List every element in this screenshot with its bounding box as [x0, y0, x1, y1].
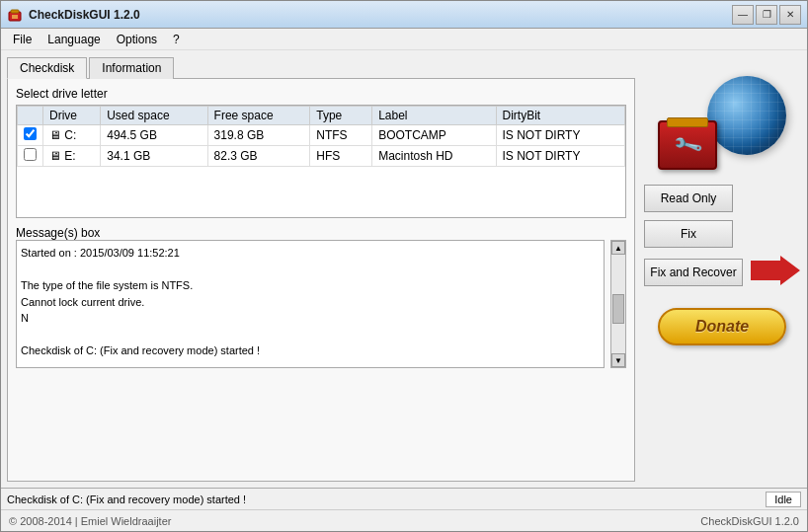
tabs: Checkdisk Information — [7, 56, 635, 79]
drive-c-icon-cell: 🖥 C: — [43, 125, 101, 146]
globe-icon — [707, 76, 786, 155]
col-dirty: DirtyBit — [496, 107, 624, 125]
donate-button[interactable]: Donate — [658, 308, 786, 345]
tab-checkdisk-content: Select drive letter Drive Used space Fre… — [7, 78, 635, 482]
col-checkbox — [18, 107, 43, 125]
drive-section: Select drive letter Drive Used space Fre… — [16, 87, 626, 218]
fix-recover-row: Fix and Recover — [644, 256, 800, 288]
tab-information[interactable]: Information — [89, 57, 174, 79]
scrollbar[interactable]: ▲ ▼ — [610, 240, 626, 368]
wrench-icon: 🔧 — [671, 128, 704, 161]
table-row: 🖥 C: 494.5 GB 319.8 GB NTFS BOOTCAMP IS … — [18, 125, 625, 146]
status-bar: Checkdisk of C: (Fix and recovery mode) … — [1, 488, 807, 509]
drive-c-checkbox[interactable] — [24, 127, 37, 140]
drive-table-container: Drive Used space Free space Type Label D… — [16, 105, 626, 218]
drive-c-checkbox-cell — [18, 125, 43, 146]
drive-e-letter: E: — [64, 149, 75, 163]
right-panel: 🔧 Read Only Fix Fix and Recover — [643, 56, 801, 482]
message-box[interactable]: Started on : 2015/03/09 11:52:21 The typ… — [16, 240, 605, 368]
drive-e-checkbox-cell — [18, 146, 43, 167]
drive-table: Drive Used space Free space Type Label D… — [17, 106, 625, 167]
arrow-right — [751, 256, 800, 288]
drive-icon: 🖥 — [49, 149, 64, 163]
restore-button[interactable]: ❐ — [756, 5, 777, 25]
messages-section: Message(s) box Started on : 2015/03/09 1… — [16, 224, 626, 368]
message-box-wrap: Started on : 2015/03/09 11:52:21 The typ… — [16, 240, 626, 368]
tab-container: Checkdisk Information Select drive lette… — [7, 56, 635, 482]
status-text: Checkdisk of C: (Fix and recovery mode) … — [7, 494, 760, 505]
tab-checkdisk[interactable]: Checkdisk — [7, 57, 87, 79]
red-arrow-icon — [751, 256, 800, 285]
menu-options[interactable]: Options — [109, 31, 165, 48]
col-label: Label — [372, 107, 496, 125]
col-type: Type — [310, 107, 372, 125]
menu-file[interactable]: File — [5, 31, 40, 48]
drive-e-type: HFS — [310, 146, 372, 167]
scroll-track — [611, 255, 625, 353]
version-text: CheckDiskGUI 1.2.0 — [700, 515, 799, 527]
footer: © 2008-2014 | Emiel Wieldraaijter CheckD… — [1, 509, 807, 531]
left-panel: Checkdisk Information Select drive lette… — [7, 56, 635, 482]
col-drive: Drive — [43, 107, 101, 125]
menu-language[interactable]: Language — [40, 31, 108, 48]
drive-section-label: Select drive letter — [16, 87, 626, 101]
main-window: CheckDiskGUI 1.2.0 — ❐ ✕ File Language O… — [0, 0, 808, 532]
fix-button[interactable]: Fix — [644, 220, 733, 248]
drive-e-used: 34.1 GB — [101, 146, 207, 167]
drive-c-label: BOOTCAMP — [372, 125, 496, 146]
content-area: Checkdisk Information Select drive lette… — [1, 50, 807, 488]
window-title: CheckDiskGUI 1.2.0 — [29, 8, 140, 22]
read-only-button[interactable]: Read Only — [644, 185, 733, 212]
scroll-down-button[interactable]: ▼ — [611, 353, 625, 367]
menu-help[interactable]: ? — [165, 31, 188, 48]
close-button[interactable]: ✕ — [779, 5, 801, 25]
col-used: Used space — [101, 107, 207, 125]
copyright-text: © 2008-2014 | Emiel Wieldraaijter — [9, 515, 171, 527]
drive-c-letter: C: — [64, 128, 76, 142]
svg-marker-4 — [751, 256, 800, 285]
drive-c-free: 319.8 GB — [207, 125, 310, 146]
drive-e-free: 82.3 GB — [207, 146, 310, 167]
title-bar: CheckDiskGUI 1.2.0 — ❐ ✕ — [1, 1, 807, 29]
menu-bar: File Language Options ? — [1, 29, 807, 50]
drive-e-icon-cell: 🖥 E: — [43, 146, 101, 167]
drive-e-label: Macintosh HD — [372, 146, 496, 167]
drive-c-dirty: IS NOT DIRTY — [496, 125, 624, 146]
scroll-thumb[interactable] — [612, 294, 624, 324]
messages-label: Message(s) box — [16, 226, 626, 240]
scroll-up-button[interactable]: ▲ — [611, 241, 625, 255]
drive-c-used: 494.5 GB — [101, 125, 207, 146]
table-row: 🖥 E: 34.1 GB 82.3 GB HFS Macintosh HD IS… — [18, 146, 625, 167]
drive-e-checkbox[interactable] — [24, 148, 37, 161]
drive-c-type: NTFS — [310, 125, 372, 146]
status-idle: Idle — [766, 492, 801, 507]
fix-and-recover-button[interactable]: Fix and Recover — [644, 259, 743, 286]
col-free: Free space — [207, 107, 310, 125]
svg-rect-1 — [11, 10, 19, 13]
drive-icon: 🖥 — [49, 128, 64, 142]
toolbox-icon: 🔧 — [658, 120, 717, 170]
app-title-icon — [7, 7, 23, 23]
app-icon-area: 🔧 — [658, 76, 786, 175]
minimize-button[interactable]: — — [732, 5, 754, 25]
title-bar-left: CheckDiskGUI 1.2.0 — [7, 7, 140, 23]
action-buttons: Read Only Fix Fix and Recover — [644, 185, 800, 288]
window-controls: — ❐ ✕ — [732, 5, 801, 25]
drive-e-dirty: IS NOT DIRTY — [496, 146, 624, 167]
